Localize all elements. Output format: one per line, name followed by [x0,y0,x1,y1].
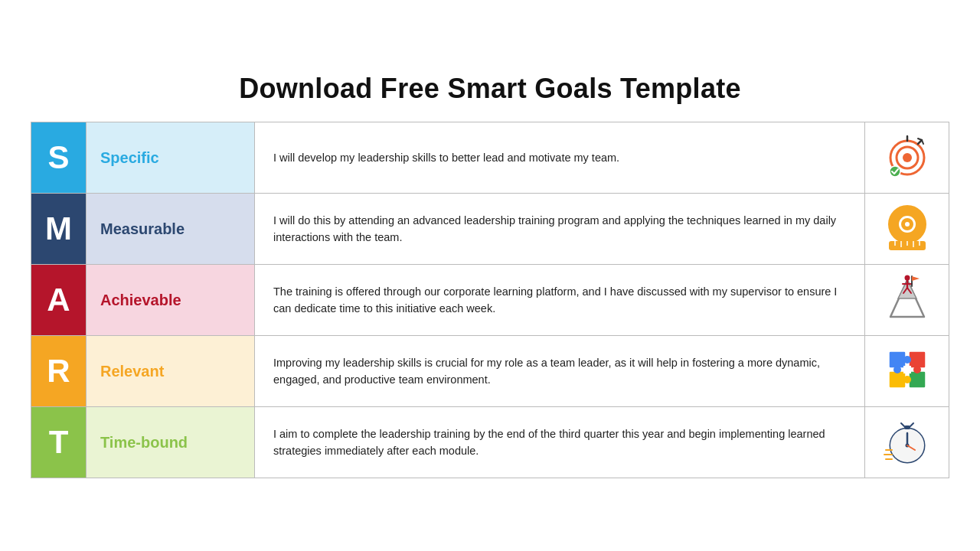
svg-rect-27 [909,351,926,368]
svg-rect-29 [909,371,926,388]
svg-point-33 [913,366,921,373]
svg-marker-25 [912,276,920,281]
smart-goals-table: S Specific I will develop my leadership … [31,122,949,478]
icon-s [865,122,949,194]
label-s: Specific [87,122,255,194]
svg-point-10 [905,222,910,227]
letter-t: T [31,407,87,478]
smart-row-m: M Measurable I will do this by attending… [31,194,949,265]
svg-line-6 [922,140,923,144]
smart-row-a: A Achievable The training is offered thr… [31,265,949,336]
label-r: Relevant [87,336,255,407]
smart-row-s: S Specific I will develop my leadership … [31,122,949,194]
desc-m: I will do this by attending an advanced … [255,194,865,265]
svg-rect-34 [903,366,911,373]
smart-row-r: R Relevant Improving my leadership skill… [31,336,949,407]
label-a: Achievable [87,265,255,336]
desc-s: I will develop my leadership skills to b… [255,122,865,194]
svg-line-42 [910,423,913,426]
desc-t: I aim to complete the leadership trainin… [255,407,865,478]
page-title: Download Free Smart Goals Template [239,73,741,105]
svg-point-30 [903,356,911,364]
desc-a: The training is offered through our corp… [255,265,865,336]
svg-rect-26 [889,351,906,368]
svg-point-2 [903,153,912,162]
letter-r: R [31,336,87,407]
desc-r: Improving my leadership skills is crucia… [255,336,865,407]
svg-line-41 [901,423,904,426]
letter-a: A [31,265,87,336]
label-t: Time-bound [87,407,255,478]
svg-rect-28 [889,371,906,388]
icon-t [865,407,949,478]
svg-point-31 [903,376,911,383]
smart-row-t: T Time-bound I aim to complete the leade… [31,407,949,478]
icon-m [865,194,949,265]
svg-point-32 [893,366,901,373]
letter-m: M [31,194,87,265]
icon-a [865,265,949,336]
svg-rect-40 [904,425,910,429]
letter-s: S [31,122,87,194]
icon-r [865,336,949,407]
label-m: Measurable [87,194,255,265]
